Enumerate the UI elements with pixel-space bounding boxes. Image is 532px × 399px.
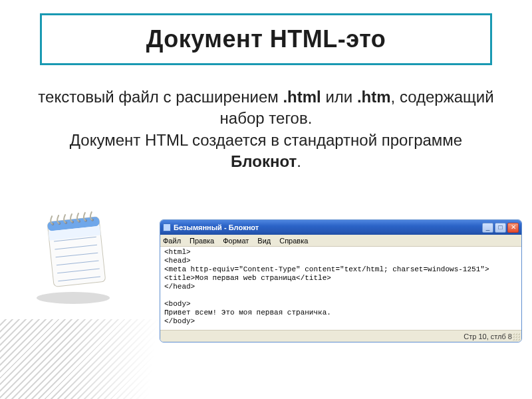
notepad-menubar: Файл Правка Формат Вид Справка (160, 235, 521, 247)
notepad-titlebar: Безымянный - Блокнот _ □ ✕ (160, 220, 521, 235)
notepad-file-icon (163, 223, 171, 231)
paragraph-2: Документ HTML создается в стандартной пр… (33, 130, 499, 173)
decorative-wedge (0, 319, 226, 399)
paragraph-1: текстовый файл с расширением .html или .… (33, 86, 499, 130)
close-button[interactable]: ✕ (507, 223, 519, 233)
title-box: Документ HTML-это (40, 13, 492, 65)
slide-title: Документ HTML-это (146, 25, 386, 53)
notepad-app-icon (23, 200, 123, 306)
window-controls: _ □ ✕ (482, 223, 519, 233)
menu-file[interactable]: Файл (163, 237, 181, 245)
cursor-position: Стр 10, стлб 8 (464, 332, 512, 340)
minimize-button[interactable]: _ (482, 223, 493, 233)
menu-format[interactable]: Формат (223, 237, 249, 245)
menu-edit[interactable]: Правка (190, 237, 214, 245)
body-text: текстовый файл с расширением .html или .… (33, 86, 499, 173)
notepad-title: Безымянный - Блокнот (163, 223, 259, 231)
menu-help[interactable]: Справка (279, 237, 308, 245)
maximize-button[interactable]: □ (495, 223, 506, 233)
svg-point-0 (37, 292, 110, 304)
notepad-text-area[interactable]: <html> <head> <meta http-equiv="Content-… (160, 247, 521, 327)
menu-view[interactable]: Вид (257, 237, 271, 245)
